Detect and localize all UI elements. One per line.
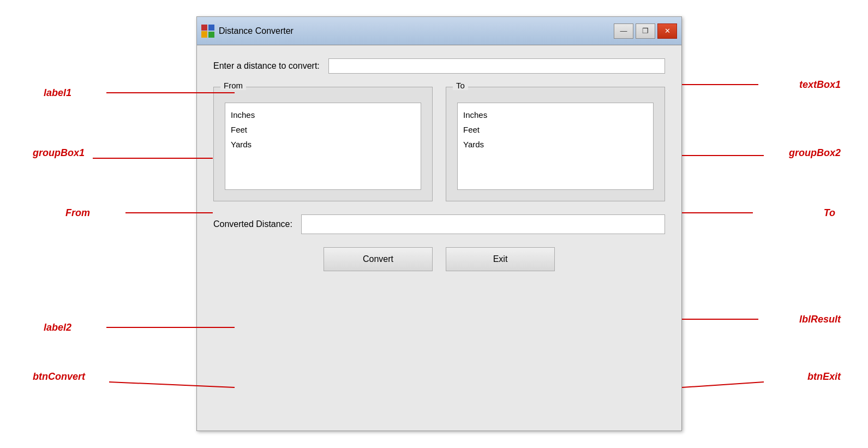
label2: Converted Distance: [213, 219, 292, 229]
annotation-groupbox2: groupBox2 [789, 147, 841, 159]
list-item[interactable]: Inches [231, 107, 415, 122]
window-body: Enter a distance to convert: From Inches… [197, 45, 681, 431]
app-icon [201, 25, 214, 38]
result-row: Converted Distance: [213, 214, 665, 234]
window-title: Distance Converter [219, 26, 614, 36]
list-item[interactable]: Yards [463, 137, 648, 152]
annotation-textbox1: textBox1 [799, 79, 841, 91]
annotation-label2: label2 [44, 322, 71, 333]
list-item[interactable]: Inches [463, 107, 648, 122]
textbox1[interactable] [328, 58, 665, 74]
svg-rect-0 [201, 31, 207, 38]
to-listbox[interactable]: Inches Feet Yards [457, 103, 654, 190]
annotation-btnexit: btnExit [807, 371, 841, 383]
restore-button[interactable]: ❐ [636, 23, 655, 39]
groupbox1-legend: From [220, 81, 246, 90]
svg-rect-1 [208, 25, 214, 31]
svg-rect-3 [201, 25, 207, 31]
btn-convert[interactable]: Convert [324, 247, 433, 271]
groupbox2-inner: Inches Feet Yards [446, 87, 665, 201]
annotation-groupbox1: groupBox1 [33, 147, 85, 159]
svg-rect-2 [208, 32, 214, 38]
annotation-from: From [65, 207, 90, 219]
title-bar: Distance Converter — ❐ ✕ [197, 17, 681, 45]
close-button[interactable]: ✕ [657, 23, 677, 39]
list-item[interactable]: Feet [463, 122, 648, 137]
groupbox1: From Inches Feet Yards [213, 87, 433, 201]
annotation-btnconvert: btnConvert [33, 371, 85, 383]
list-item[interactable]: Feet [231, 122, 415, 137]
annotation-label1: label1 [44, 87, 71, 99]
label1: Enter a distance to convert: [213, 61, 320, 71]
svg-line-13 [682, 382, 764, 387]
annotation-lblresult: lblResult [799, 314, 841, 325]
window: Distance Converter — ❐ ✕ Enter a distanc… [196, 16, 682, 431]
title-bar-buttons: — ❐ ✕ [614, 23, 677, 39]
groups-row: From Inches Feet Yards To Inches Feet [213, 87, 665, 201]
input-row: Enter a distance to convert: [213, 58, 665, 74]
groupbox2-legend: To [453, 81, 468, 90]
button-row: Convert Exit [213, 247, 665, 271]
list-item[interactable]: Yards [231, 137, 415, 152]
from-listbox[interactable]: Inches Feet Yards [225, 103, 421, 190]
groupbox1-inner: Inches Feet Yards [214, 87, 432, 201]
lbl-result [301, 214, 665, 234]
annotation-to: To [824, 207, 835, 219]
minimize-button[interactable]: — [614, 23, 633, 39]
groupbox2: To Inches Feet Yards [446, 87, 665, 201]
btn-exit[interactable]: Exit [446, 247, 555, 271]
